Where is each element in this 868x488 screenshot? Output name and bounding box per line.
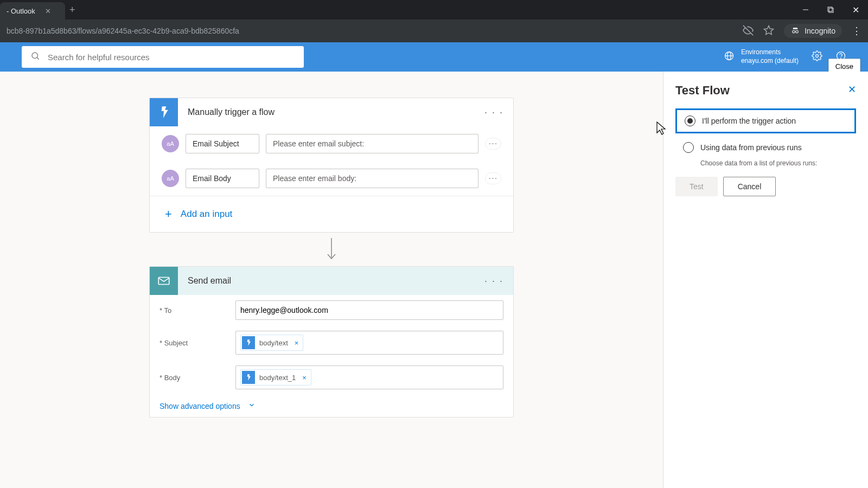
radio-sublabel: Choose data from a list of previous runs…: [700, 159, 856, 167]
to-field[interactable]: henry.legge@outlook.com: [235, 300, 503, 320]
svg-point-11: [816, 55, 819, 57]
app-header: Environments enayu.com (default): [0, 42, 868, 72]
trigger-title: Manually trigger a flow: [188, 107, 275, 117]
adv-options-label: Show advanced options: [159, 402, 240, 410]
trigger-card-header[interactable]: Manually trigger a flow · · ·: [150, 98, 513, 126]
panel-close-icon[interactable]: ✕: [848, 84, 856, 95]
maximize-button[interactable]: [818, 0, 843, 20]
flow-arrow: [0, 233, 663, 266]
search-box[interactable]: [22, 46, 304, 68]
radio-icon: [683, 142, 694, 153]
radio-option-manual[interactable]: I'll perform the trigger action: [675, 108, 856, 133]
add-input-label: Add an input: [181, 209, 232, 220]
to-label: * To: [159, 306, 225, 314]
svg-marker-3: [764, 25, 774, 34]
input-name-label[interactable]: Email Subject: [186, 134, 259, 153]
flow-canvas: Manually trigger a flow · · · aA Email S…: [0, 72, 663, 488]
eye-off-icon[interactable]: [743, 25, 754, 37]
svg-point-4: [793, 30, 795, 33]
panel-title: Test Flow: [675, 84, 856, 98]
add-input-button[interactable]: + Add an input: [150, 196, 513, 232]
svg-point-6: [32, 53, 38, 59]
card-menu-icon[interactable]: · · ·: [484, 275, 503, 287]
subject-field[interactable]: body/text ×: [235, 331, 503, 355]
token-remove-icon[interactable]: ×: [295, 339, 299, 347]
row-menu-icon[interactable]: ···: [485, 138, 501, 150]
kebab-menu-icon[interactable]: ⋮: [852, 25, 861, 37]
incognito-badge: Incognito: [784, 24, 842, 38]
new-tab-button[interactable]: +: [69, 4, 75, 16]
action-title: Send email: [188, 276, 231, 286]
tab-title: - Outlook: [7, 7, 35, 15]
email-icon: [150, 267, 178, 295]
form-row-to: * To henry.legge@outlook.com: [150, 295, 513, 325]
token-remove-icon[interactable]: ×: [302, 374, 307, 382]
dynamic-token[interactable]: body/text ×: [240, 335, 303, 351]
svg-rect-1: [828, 7, 832, 11]
env-value: enayu.com (default): [741, 57, 799, 66]
text-type-icon: aA: [162, 170, 179, 187]
action-card: Send email · · · * To henry.legge@outloo…: [149, 266, 514, 418]
input-name-label[interactable]: Email Body: [186, 169, 259, 188]
radio-icon: [685, 115, 695, 126]
environment-selector[interactable]: Environments enayu.com (default): [724, 48, 799, 65]
close-icon[interactable]: ✕: [44, 7, 53, 15]
trigger-input-row: aA Email Subject ···: [150, 126, 513, 161]
radio-label: Using data from previous runs: [700, 143, 802, 152]
svg-rect-15: [158, 278, 169, 285]
trigger-icon: [150, 98, 178, 126]
trigger-input-row: aA Email Body ···: [150, 161, 513, 196]
env-label: Environments: [741, 48, 799, 57]
url-text[interactable]: bcb8-897b1a5d8b63/flows/a962445a-ec3c-42…: [7, 27, 743, 35]
plus-icon: +: [165, 207, 172, 221]
body-field[interactable]: body/text_1 ×: [235, 365, 503, 389]
incognito-label: Incognito: [805, 27, 835, 35]
browser-tab-strip: - Outlook ✕ + ✕: [0, 0, 868, 20]
radio-option-previous[interactable]: Using data from previous runs: [675, 137, 856, 158]
advanced-options-toggle[interactable]: Show advanced options: [150, 395, 513, 417]
body-label: * Body: [159, 374, 225, 382]
minimize-button[interactable]: [793, 0, 818, 20]
to-value: henry.legge@outlook.com: [240, 306, 328, 314]
subject-label: * Subject: [159, 339, 225, 347]
url-bar: bcb8-897b1a5d8b63/flows/a962445a-ec3c-42…: [0, 20, 868, 42]
browser-tab[interactable]: - Outlook ✕: [0, 2, 65, 20]
dynamic-token[interactable]: body/text_1 ×: [240, 369, 311, 386]
svg-rect-2: [829, 8, 833, 12]
star-icon[interactable]: [763, 25, 774, 37]
form-row-subject: * Subject body/text ×: [150, 325, 513, 360]
text-type-icon: aA: [162, 135, 179, 152]
action-card-header[interactable]: Send email · · ·: [150, 267, 513, 295]
trigger-card: Manually trigger a flow · · · aA Email S…: [149, 98, 514, 233]
row-menu-icon[interactable]: ···: [485, 172, 501, 184]
card-menu-icon[interactable]: · · ·: [484, 107, 503, 118]
chevron-down-icon: [248, 401, 256, 410]
test-button[interactable]: Test: [675, 177, 718, 196]
close-window-button[interactable]: ✕: [843, 0, 868, 20]
cancel-button[interactable]: Cancel: [723, 177, 776, 196]
window-controls: ✕: [793, 0, 868, 20]
svg-point-5: [796, 30, 799, 33]
search-icon: [30, 51, 40, 63]
token-label: body/text: [259, 339, 288, 347]
token-icon: [242, 371, 255, 384]
search-input[interactable]: [48, 53, 295, 62]
globe-icon: [724, 50, 735, 63]
radio-label: I'll perform the trigger action: [702, 117, 796, 125]
test-flow-panel: Test Flow ✕ I'll perform the trigger act…: [663, 72, 868, 488]
token-label: body/text_1: [259, 374, 296, 382]
token-icon: [242, 336, 255, 349]
svg-line-7: [37, 57, 39, 59]
gear-icon[interactable]: [812, 50, 822, 63]
input-prompt-field[interactable]: [266, 169, 478, 188]
form-row-body: * Body body/text_1 ×: [150, 360, 513, 395]
input-prompt-field[interactable]: [266, 134, 478, 153]
